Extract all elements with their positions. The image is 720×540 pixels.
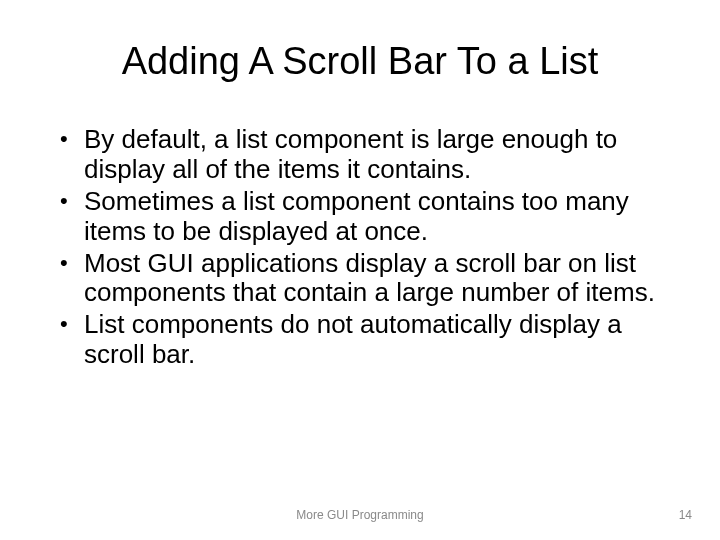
list-item: List components do not automatically dis… — [60, 310, 670, 370]
list-item: Most GUI applications display a scroll b… — [60, 249, 670, 309]
page-number: 14 — [679, 508, 692, 522]
list-item: Sometimes a list component contains too … — [60, 187, 670, 247]
slide: Adding A Scroll Bar To a List By default… — [0, 0, 720, 540]
list-item: By default, a list component is large en… — [60, 125, 670, 185]
slide-title: Adding A Scroll Bar To a List — [50, 40, 670, 83]
bullet-list: By default, a list component is large en… — [50, 125, 670, 370]
footer-label: More GUI Programming — [0, 508, 720, 522]
